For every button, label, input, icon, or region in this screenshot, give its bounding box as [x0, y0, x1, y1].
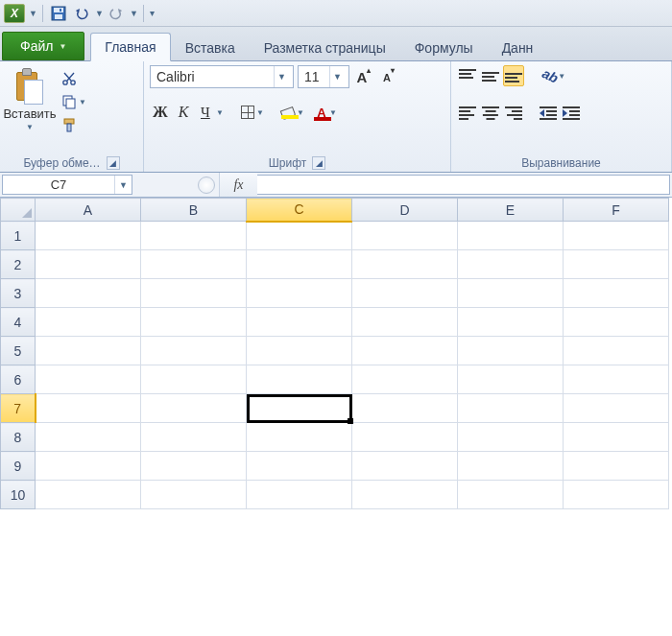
column-header[interactable]: B — [141, 199, 247, 222]
cell[interactable] — [352, 222, 458, 250]
paste-button[interactable]: Вставить ▼ — [6, 65, 54, 134]
tab-file[interactable]: Файл ▼ — [2, 32, 84, 60]
cell[interactable] — [458, 365, 564, 394]
cell[interactable] — [564, 250, 669, 279]
fill-color-button[interactable]: ▼ — [276, 102, 307, 123]
font-color-button[interactable]: A▼ — [309, 102, 340, 123]
tab-formulas[interactable]: Формулы — [400, 34, 488, 61]
app-icon[interactable] — [4, 4, 25, 23]
insert-function-button[interactable]: fx — [219, 173, 257, 197]
format-painter-button[interactable] — [60, 115, 88, 134]
cell[interactable] — [36, 394, 141, 423]
cell[interactable] — [36, 481, 141, 509]
cell[interactable] — [141, 279, 247, 308]
tab-insert[interactable]: Вставка — [171, 34, 250, 61]
cell[interactable] — [141, 308, 247, 337]
borders-button[interactable]: ▼ — [236, 102, 267, 123]
cell[interactable] — [564, 452, 669, 481]
cell[interactable] — [36, 250, 141, 279]
cell[interactable] — [352, 250, 458, 279]
cell[interactable] — [352, 481, 458, 509]
cell[interactable] — [352, 394, 458, 423]
cell[interactable] — [458, 452, 564, 481]
cell[interactable] — [141, 394, 247, 423]
cell[interactable] — [352, 279, 458, 308]
row-header[interactable]: 6 — [1, 365, 36, 394]
underline-button[interactable]: Ч▼ — [196, 102, 227, 123]
cell[interactable] — [247, 452, 352, 481]
undo-caret[interactable]: ▼ — [95, 9, 103, 18]
cell[interactable] — [36, 222, 141, 250]
align-middle-button[interactable] — [480, 65, 501, 86]
cell[interactable] — [247, 308, 352, 337]
row-header[interactable]: 1 — [1, 222, 36, 250]
select-all-corner[interactable] — [1, 199, 36, 222]
row-header[interactable]: 8 — [1, 423, 36, 452]
cell[interactable] — [247, 337, 352, 365]
cell[interactable] — [141, 452, 247, 481]
cell[interactable] — [36, 308, 141, 337]
qat-customize-caret[interactable]: ▾ — [150, 8, 157, 18]
cell[interactable] — [458, 481, 564, 509]
cell[interactable] — [36, 279, 141, 308]
font-size-combo[interactable]: 11 ▼ — [298, 65, 349, 88]
tab-page-layout[interactable]: Разметка страницы — [250, 34, 400, 61]
align-bottom-button[interactable] — [503, 65, 524, 86]
align-right-button[interactable] — [503, 102, 524, 123]
cell[interactable] — [141, 481, 247, 509]
cell[interactable] — [564, 279, 669, 308]
cell[interactable] — [247, 394, 352, 423]
cell[interactable] — [458, 423, 564, 452]
align-top-button[interactable] — [457, 65, 478, 86]
cut-button[interactable] — [60, 69, 88, 88]
name-box[interactable]: C7 ▼ — [2, 175, 132, 195]
cell[interactable] — [352, 423, 458, 452]
row-header[interactable]: 2 — [1, 250, 36, 279]
cell[interactable] — [564, 222, 669, 250]
cell[interactable] — [458, 394, 564, 423]
redo-caret[interactable]: ▼ — [130, 9, 137, 18]
undo-icon[interactable] — [72, 4, 91, 23]
cell[interactable] — [36, 337, 141, 365]
save-icon[interactable] — [49, 4, 68, 23]
cell[interactable] — [247, 222, 352, 250]
cell[interactable] — [36, 423, 141, 452]
cell[interactable] — [247, 365, 352, 394]
tab-data[interactable]: Данн — [488, 34, 548, 61]
cell[interactable] — [564, 423, 669, 452]
column-header[interactable]: A — [36, 199, 141, 222]
cell[interactable] — [352, 452, 458, 481]
decrease-indent-button[interactable] — [538, 102, 559, 123]
decrease-font-size-button[interactable]: A▾ — [378, 66, 399, 87]
cell[interactable] — [141, 337, 247, 365]
bold-button[interactable]: Ж — [150, 102, 171, 123]
row-header[interactable]: 3 — [1, 279, 36, 308]
redo-icon[interactable] — [107, 4, 126, 23]
tab-home[interactable]: Главная — [90, 33, 170, 61]
cell[interactable] — [352, 337, 458, 365]
cell[interactable] — [458, 279, 564, 308]
row-header[interactable]: 4 — [1, 308, 36, 337]
cell[interactable] — [564, 308, 669, 337]
cell[interactable] — [141, 423, 247, 452]
row-header[interactable]: 10 — [1, 481, 36, 509]
cell[interactable] — [141, 222, 247, 250]
row-header[interactable]: 9 — [1, 452, 36, 481]
italic-button[interactable]: К — [173, 102, 194, 123]
cell[interactable] — [458, 222, 564, 250]
clipboard-dialog-launcher[interactable]: ◢ — [107, 156, 120, 170]
cell[interactable] — [36, 365, 141, 394]
increase-indent-button[interactable] — [561, 102, 582, 123]
column-header[interactable]: F — [564, 199, 669, 222]
cell[interactable] — [36, 452, 141, 481]
column-header[interactable]: E — [458, 199, 564, 222]
orientation-button[interactable]: ab▼ — [538, 65, 568, 86]
cell[interactable] — [247, 279, 352, 308]
cell[interactable] — [564, 394, 669, 423]
font-dialog-launcher[interactable]: ◢ — [312, 156, 325, 170]
align-center-button[interactable] — [480, 102, 501, 123]
copy-button[interactable]: ▼ — [60, 92, 88, 111]
worksheet-grid[interactable]: ABCDEF12345678910 — [0, 198, 672, 509]
cell[interactable] — [564, 337, 669, 365]
cell[interactable] — [141, 250, 247, 279]
